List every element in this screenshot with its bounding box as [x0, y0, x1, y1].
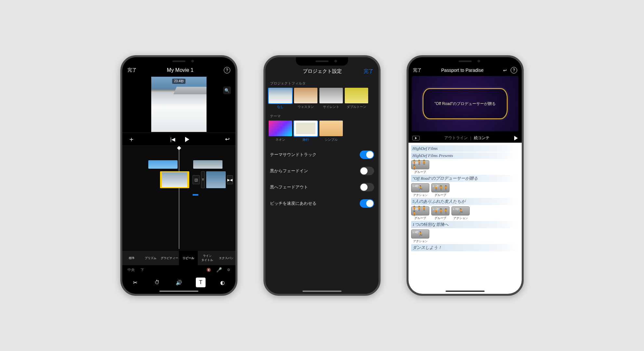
overlay-clip-2[interactable] — [193, 160, 222, 169]
help-icon[interactable]: ? — [511, 67, 517, 73]
theme-simple[interactable]: シンプル — [319, 121, 343, 142]
zoom-icon[interactable]: 🔍 — [223, 86, 231, 94]
tab-storyboard[interactable]: 絵コンテ — [474, 135, 490, 141]
filters-row[interactable]: なし ウェスタン サイレント ダブルトーン — [265, 88, 379, 110]
toggle-pitch[interactable] — [360, 199, 374, 208]
storyboard-text-1[interactable]: HighDef Films — [411, 145, 519, 152]
toggle-theme-soundtrack[interactable] — [360, 150, 374, 159]
toggle-fade-out[interactable] — [360, 183, 374, 191]
shot-group-3b[interactable]: 1.9秒🧍🧍🧍 — [431, 206, 449, 215]
done-button[interactable]: 完了 — [127, 67, 137, 73]
shot-duration: 1.8秒 — [412, 184, 419, 188]
skip-back-icon[interactable]: |◀ — [170, 136, 176, 142]
shot-group-1[interactable]: 3.6秒🧍🧍🧍🧍 — [411, 160, 429, 169]
setting-fade-out-black: 黒へフェードアウト — [265, 179, 379, 195]
theme-thumb — [294, 121, 317, 136]
home-indicator[interactable] — [446, 291, 485, 292]
play-from-start-icon[interactable] — [412, 136, 420, 140]
settings-title: プロジェクト設定 — [281, 68, 364, 74]
transition-1[interactable]: ◫ — [193, 175, 200, 184]
title-style-reveal[interactable]: リビール — [179, 251, 198, 265]
home-indicator[interactable] — [159, 291, 198, 292]
themes-row[interactable]: ネオン 旅行 シンプル — [265, 121, 379, 143]
transition-2[interactable]: ▶◀ — [227, 175, 233, 184]
title-style-row: 標準 プリズム グラビティー リビール ライン タイトル エクスパン — [122, 251, 235, 265]
shot-label: アクション — [413, 193, 428, 197]
clip-3[interactable] — [206, 171, 226, 188]
undo-icon[interactable]: ↩ — [503, 68, 507, 73]
title-style-linetitle[interactable]: ライン タイトル — [198, 251, 217, 265]
play-icon[interactable] — [514, 136, 518, 140]
scissors-icon[interactable]: ✂ — [130, 278, 140, 287]
setting-fade-in-black: 黒からフェードイン — [265, 163, 379, 179]
mute-icon[interactable]: 🔇 — [207, 268, 211, 272]
filter-thumb — [294, 88, 317, 103]
play-icon[interactable] — [185, 137, 189, 142]
filter-thumb — [319, 88, 343, 103]
filter-label: ダブルトーン — [347, 105, 366, 109]
title-clip-marker[interactable]: T — [201, 171, 205, 188]
title-style-expand[interactable]: エクスパン — [217, 251, 235, 265]
add-media-button[interactable]: ＋ — [128, 135, 135, 144]
done-button[interactable]: 完了 — [364, 68, 373, 74]
shot-duration: 1.8秒 — [412, 207, 419, 211]
timeline[interactable]: ◫ T ▶◀ — [122, 146, 235, 251]
filter-label: なし — [277, 105, 284, 109]
undo-icon[interactable]: ↩ — [225, 136, 230, 143]
filter-silent[interactable]: サイレント — [319, 88, 343, 109]
storyboard-text-3[interactable]: "Off Road"のプロデューサーが贈る — [411, 175, 519, 182]
shot-group-3a[interactable]: 1.8秒🧍🧍🧍🧍 — [411, 206, 429, 215]
help-icon[interactable]: ? — [224, 67, 230, 73]
speed-icon[interactable]: ⏱ — [152, 278, 162, 287]
setting-label: 黒へフェードアウト — [270, 184, 308, 190]
tab-outline[interactable]: アウトライン — [444, 135, 468, 141]
theme-label: 旅行 — [302, 137, 309, 142]
title-style-prism[interactable]: プリズム — [141, 251, 160, 265]
project-title: My Movie 1 — [167, 67, 194, 73]
shot-label: グループ — [414, 216, 426, 220]
gear-icon[interactable]: ⚙ — [227, 268, 230, 272]
storyboard-text-4[interactable]: 5人のありふれた友人たちが — [411, 198, 519, 205]
notch — [296, 57, 348, 66]
title-style-standard[interactable]: 標準 — [122, 251, 141, 265]
toggle-fade-in[interactable] — [360, 167, 374, 175]
shot-group-2[interactable]: 1.3秒🧍🧍🧍 — [431, 183, 449, 192]
filters-icon[interactable]: ◐ — [218, 278, 227, 287]
align-center-button[interactable]: 中央 — [127, 267, 135, 272]
storyboard-text-2[interactable]: HighDef Films Presents — [411, 152, 519, 159]
notch — [439, 57, 491, 66]
storyboard-text-6[interactable]: ダンスしよう！ — [411, 244, 519, 251]
volume-icon[interactable]: 🔊 — [174, 278, 184, 287]
storyboard[interactable]: HighDef Films HighDef Films Presents 3.6… — [409, 143, 522, 294]
done-button[interactable]: 完了 — [413, 67, 422, 73]
notch — [153, 57, 205, 66]
title-style-gravity[interactable]: グラビティー — [160, 251, 179, 265]
video-preview[interactable]: 23.4秒 — [151, 77, 207, 132]
trailer-preview-text: "Off Road"のプロデューサーが贈る — [423, 88, 508, 119]
filter-western[interactable]: ウェスタン — [294, 88, 317, 109]
theme-travel[interactable]: 旅行 — [294, 121, 317, 142]
home-indicator[interactable] — [302, 291, 342, 292]
audio-marker[interactable] — [193, 194, 198, 196]
playhead[interactable] — [179, 148, 179, 249]
selected-clip[interactable] — [160, 171, 189, 188]
title-options-row: 中央 下 🔇 🎤 ⚙ — [122, 265, 235, 274]
setting-label: テーマサウンドトラック — [270, 152, 316, 158]
filter-duotone[interactable]: ダブルトーン — [345, 88, 368, 109]
theme-neon[interactable]: ネオン — [269, 121, 292, 142]
title-tool-icon[interactable]: T — [196, 278, 206, 287]
align-bottom-button[interactable]: 下 — [141, 267, 144, 272]
mic-icon[interactable]: 🎤 — [216, 267, 222, 272]
filter-none[interactable]: なし — [269, 88, 292, 109]
shot-action-3c[interactable]: 1.7秒🏃 — [451, 206, 470, 215]
shot-duration: 1.9秒 — [412, 230, 419, 234]
theme-label: シンプル — [325, 137, 338, 142]
shot-duration: 1.9秒 — [433, 207, 439, 211]
overlay-clip-1[interactable] — [148, 160, 178, 169]
trailer-preview[interactable]: "Off Road"のプロデューサーが贈る — [412, 76, 518, 131]
settings-list: テーマサウンドトラック 黒からフェードイン 黒へフェードアウト ピッチを速度にあ… — [265, 147, 379, 212]
themes-section-label: テーマ — [265, 110, 379, 121]
storyboard-text-5[interactable]: 1つの特別な冒険へ — [411, 221, 519, 228]
shot-action-1[interactable]: 1.8秒🏃 — [411, 183, 429, 192]
shot-action-4[interactable]: 1.9秒🏃 — [411, 229, 429, 239]
